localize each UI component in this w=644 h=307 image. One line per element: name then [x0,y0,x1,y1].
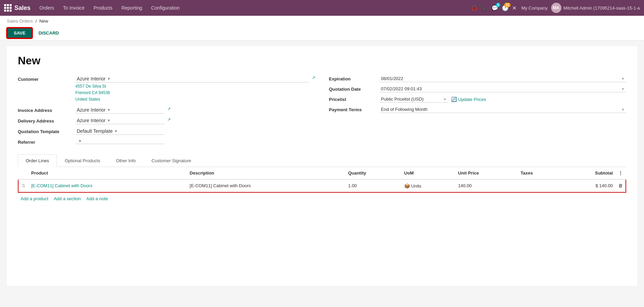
referrer-label: Referrer [18,138,73,145]
left-form-section: Customer Azure Interior ▼ 4557 De Silva … [18,75,315,145]
customer-address: 4557 De Silva St Fremont CA 94538 United… [75,83,309,103]
delivery-address-input[interactable]: Azure Interior ▼ [75,117,165,124]
col-subtotal: Subtotal [560,167,616,179]
customer-external-link-icon[interactable]: ↗ [312,75,315,80]
col-handle [18,167,28,179]
clock-badge: 31 [504,3,511,7]
row-unit-price[interactable]: 140.00 [455,179,518,192]
breadcrumb-separator: / [36,18,38,24]
form-grid: Customer Azure Interior ▼ 4557 De Silva … [18,75,626,145]
expiration-input[interactable]: 08/01/2022 ▼ [380,75,627,82]
delete-icon[interactable]: 🗑 [618,183,623,188]
add-product-link[interactable]: Add a product [21,196,48,201]
menu-configuration[interactable]: Configuration [147,3,184,13]
invoice-address-value: Azure Interior [77,107,106,113]
col-more: ⋮ [616,167,626,179]
invoice-address-input[interactable]: Azure Interior ▼ [75,106,165,114]
referrer-dropdown-arrow[interactable]: ▼ [78,139,82,143]
row-quantity[interactable]: 1.00 [345,179,401,192]
referrer-input[interactable]: ▼ [75,138,165,144]
payment-terms-value: End of Following Month [381,107,428,112]
customer-dropdown-arrow[interactable]: ▼ [107,77,111,81]
expiration-label: Expiration [329,76,377,81]
order-lines-table: Product Description Quantity UoM Unit Pr… [18,167,626,193]
brand-name[interactable]: Sales [14,4,31,12]
quotation-date-input[interactable]: 07/02/2022 09:01:43 ▼ [380,86,627,92]
address-line3: United States [75,96,309,103]
table-row[interactable]: ⇅ [E-COM11] Cabinet with Doors [E-COM11]… [18,179,626,192]
save-button[interactable]: SAVE [7,28,32,38]
row-delete[interactable]: 🗑 [616,179,626,192]
address-line1: 4557 De Silva St [75,83,309,90]
referrer-row: Referrer ▼ [18,138,315,145]
quotation-template-input[interactable]: Default Template ▼ [75,128,165,135]
record-title: New [18,54,626,67]
add-note-link[interactable]: Add a note [86,196,108,201]
update-prices-label: Update Prices [458,97,486,102]
user-info[interactable]: MA Mitchell Admin (17095214-saas-15-1-a [551,3,640,13]
row-taxes[interactable] [518,179,560,192]
menu-reporting[interactable]: Reporting [117,3,146,13]
invoice-address-external-link-icon[interactable]: ↗ [167,106,171,111]
tab-customer-signature[interactable]: Customer Signature [144,154,199,167]
delivery-address-row: Delivery Address Azure Interior ▼ ↗ [18,117,315,124]
expiration-row: Expiration 08/01/2022 ▼ [329,75,627,82]
row-uom[interactable]: 📦 Units [401,179,455,192]
uom-icon: 📦 [404,183,410,189]
row-description[interactable]: [E-COM11] Cabinet with Doors [187,179,345,192]
col-quantity: Quantity [345,167,401,179]
pricelist-value: Public Pricelist (USD) [381,97,424,102]
invoice-address-dropdown-arrow[interactable]: ▼ [107,108,111,112]
user-name: Mitchell Admin (17095214-saas-15-1-a [563,5,640,11]
customer-value: Azure Interior [77,76,106,81]
payment-terms-dropdown-arrow[interactable]: ▼ [621,107,625,112]
company-name: My Company [521,5,548,11]
tabs-bar: Order Lines Optional Products Other Info… [18,154,626,167]
customer-input[interactable]: Azure Interior ▼ [75,75,309,82]
pricelist-label: Pricelist [329,97,377,102]
customer-label: Customer [18,75,73,82]
quotation-template-label: Quotation Template [18,128,73,134]
quotation-template-dropdown-arrow[interactable]: ▼ [114,129,118,133]
pricelist-input[interactable]: Public Pricelist (USD) ▼ [380,96,448,103]
refresh-icon: 🔄 [451,97,457,102]
phone-icon[interactable]: 📞 [481,5,488,11]
tab-order-lines[interactable]: Order Lines [18,154,57,167]
breadcrumb-parent[interactable]: Sales Orders [7,18,33,24]
breadcrumb-current: New [39,18,48,24]
pricelist-dropdown-arrow[interactable]: ▼ [443,97,447,101]
tab-optional-products[interactable]: Optional Products [57,154,108,167]
row-product[interactable]: [E-COM11] Cabinet with Doors [28,179,187,192]
address-line2: Fremont CA 94538 [75,90,309,96]
top-right-actions: 🐞 📞 💬 5 🕐 31 ✕ My Company MA Mitchell Ad… [471,3,640,13]
clock-icon[interactable]: 🕐 31 [502,5,509,11]
product-link[interactable]: [E-COM11] Cabinet with Doors [31,183,92,188]
delivery-address-dropdown-arrow[interactable]: ▼ [107,118,111,123]
table-body: ⇅ [E-COM11] Cabinet with Doors [E-COM11]… [18,179,626,192]
payment-terms-label: Payment Terms [329,107,377,112]
menu-to-invoice[interactable]: To Invoice [59,3,89,13]
bug-icon[interactable]: 🐞 [471,5,478,11]
menu-orders[interactable]: Orders [35,3,58,13]
close-icon[interactable]: ✕ [512,5,517,11]
grid-icon[interactable] [4,4,12,12]
payment-terms-input[interactable]: End of Following Month ▼ [380,106,627,113]
col-unit-price: Unit Price [455,167,518,179]
breadcrumb: Sales Orders / New [7,18,637,24]
quotation-date-row: Quotation Date 07/02/2022 09:01:43 ▼ [329,86,627,92]
user-avatar: MA [551,3,561,13]
quotation-date-dropdown-arrow[interactable]: ▼ [621,87,625,91]
chat-icon[interactable]: 💬 5 [491,5,498,11]
expiration-dropdown-arrow[interactable]: ▼ [621,77,625,81]
delivery-address-value: Azure Interior [77,118,106,123]
toolbar: SAVE DISCARD [7,26,637,40]
update-prices-button[interactable]: 🔄 Update Prices [451,97,486,102]
tab-other-info[interactable]: Other Info [108,154,144,167]
discard-button[interactable]: DISCARD [35,28,62,38]
delivery-address-external-link-icon[interactable]: ↗ [167,117,171,122]
col-taxes: Taxes [518,167,560,179]
add-section-link[interactable]: Add a section [54,196,81,201]
menu-products[interactable]: Products [89,3,117,13]
top-menu: Orders To Invoice Products Reporting Con… [35,3,470,13]
breadcrumb-toolbar-area: Sales Orders / New SAVE DISCARD [0,16,644,41]
